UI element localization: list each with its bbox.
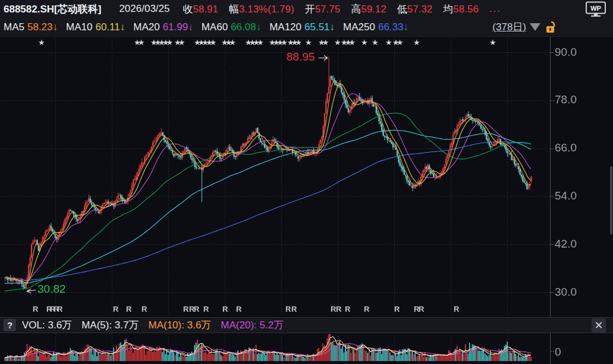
ma10-legend: MA1060.11↓: [66, 21, 125, 33]
r-flag: R: [113, 305, 118, 314]
event-star[interactable]: ★★★★: [269, 38, 285, 47]
event-star[interactable]: ★★: [174, 38, 182, 47]
r-flag: R: [345, 305, 350, 314]
scrollbar-thumb[interactable]: [610, 166, 612, 235]
event-star[interactable]: ★: [361, 38, 365, 47]
event-star[interactable]: ★★: [134, 38, 142, 47]
quote-change: 幅3.13%(1.79): [229, 2, 294, 16]
high-price-annotation: 88.95: [287, 50, 315, 64]
quote-avg: 均58.56: [443, 2, 479, 16]
r-flag: R: [142, 305, 147, 314]
close-icon[interactable]: ✕: [592, 318, 606, 333]
r-flag: R: [291, 305, 297, 314]
quote-high: 高59.12: [351, 2, 386, 16]
event-star[interactable]: ★: [372, 38, 376, 47]
r-flag: R: [331, 305, 336, 314]
event-star[interactable]: ★★★: [341, 38, 353, 47]
trade-date: 2026/03/25: [119, 3, 169, 15]
more-ellipsis[interactable]: ...: [489, 3, 501, 15]
r-flag: R: [394, 305, 400, 314]
event-star[interactable]: ★: [385, 38, 389, 47]
event-star[interactable]: ★: [413, 38, 417, 47]
r-flag: R: [33, 305, 38, 314]
y-axis-label: 30.0: [555, 286, 577, 299]
vol-ma20: MA(20): 5.2万: [221, 318, 284, 332]
quote-low: 低57.32: [397, 2, 433, 16]
symbol-title: 688582.SH[芯动联科]: [4, 2, 101, 16]
event-star[interactable]: ★★★★★: [194, 38, 213, 47]
r-flag: R: [194, 305, 199, 314]
event-star[interactable]: ★★: [392, 38, 400, 47]
r-flag: R: [183, 305, 188, 314]
y-axis-label: 42.0: [555, 238, 577, 251]
r-flag: R: [364, 305, 369, 314]
event-star[interactable]: ★: [334, 38, 338, 47]
r-flag: R: [222, 305, 228, 314]
r-flag: R: [285, 305, 291, 314]
event-star[interactable]: ★: [305, 38, 309, 47]
ma5-legend: MA558.23↓: [4, 21, 58, 33]
event-star[interactable]: ★: [489, 38, 493, 47]
chevron-down-icon[interactable]: [530, 23, 540, 31]
ma120-legend: MA12065.51↓: [269, 21, 335, 33]
ma250-legend: MA25066.33↓: [343, 21, 408, 33]
low-price-annotation: 30.82: [37, 283, 66, 296]
quote-close: 收58.91: [183, 2, 218, 16]
volume-header-bar: ? VOL: 3.6万 MA(5): 3.7万 MA(10): 3.6万 MA(…: [0, 317, 613, 333]
quote-open: 开57.75: [305, 2, 341, 16]
event-star[interactable]: ★: [38, 38, 42, 47]
y-axis-label: 90.0: [555, 46, 577, 59]
wp-monitor-icon[interactable]: WP: [584, 1, 607, 17]
vol-ma10: MA(10): 3.6万: [149, 318, 212, 332]
svg-text:WP: WP: [590, 4, 601, 11]
r-flag: R: [336, 305, 341, 314]
event-star[interactable]: ★★★: [287, 38, 299, 47]
vol-value: VOL: 3.6万: [22, 318, 72, 332]
y-axis-label: 54.0: [555, 189, 577, 202]
y-axis-label: 78.0: [555, 93, 577, 106]
vol-ma5: MA(5): 3.7万: [81, 318, 139, 332]
event-star[interactable]: ★★★★★: [150, 38, 170, 47]
y-axis-label: 66.0: [555, 141, 577, 154]
period-selector[interactable]: (378日): [492, 20, 526, 34]
help-button[interactable]: ?: [4, 319, 16, 331]
unlock-icon[interactable]: [545, 21, 557, 34]
volume-zero-label: 0: [555, 346, 561, 359]
event-star[interactable]: ★★: [318, 38, 326, 47]
r-flag: R: [203, 305, 209, 314]
r-flag: R: [454, 305, 459, 314]
ma-legend-bar: MA558.23↓ MA1060.11↓ MA2061.99↓ MA6066.0…: [0, 18, 613, 37]
r-flag: R: [419, 305, 424, 314]
r-flag: R: [236, 305, 241, 314]
ma20-legend: MA2061.99↓: [133, 21, 193, 33]
ma60-legend: MA6066.08↓: [202, 21, 261, 33]
stock-chart-window: 688582.SH[芯动联科] 2026/03/25 收58.91 幅3.13%…: [0, 0, 613, 364]
event-star[interactable]: ★★★: [221, 38, 233, 47]
quote-header: 688582.SH[芯动联科] 2026/03/25 收58.91 幅3.13%…: [0, 0, 613, 18]
r-flag: R: [57, 305, 62, 314]
event-star[interactable]: ★★★★: [245, 38, 261, 47]
r-flag: R: [126, 305, 131, 314]
